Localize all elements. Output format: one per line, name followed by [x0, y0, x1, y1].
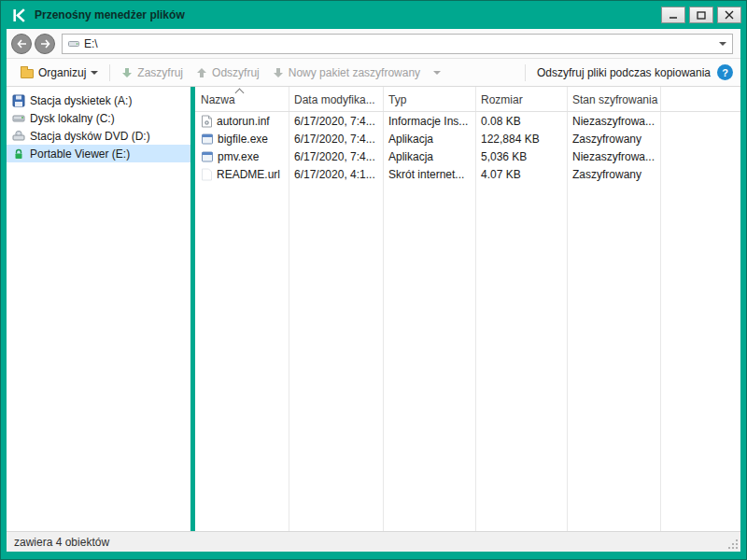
chevron-down-icon: [91, 71, 98, 75]
organize-button[interactable]: Organizuj: [14, 63, 105, 82]
minimize-button[interactable]: [661, 7, 685, 23]
address-dropdown-icon[interactable]: [719, 42, 726, 46]
app-window: Przenośny menedżer plików E:\: [0, 0, 747, 560]
floppy-icon: [12, 94, 25, 107]
column-header-type[interactable]: Typ: [383, 93, 475, 111]
file-modified: 6/17/2020, 7:4...: [289, 150, 383, 163]
dvd-drive-icon: [12, 130, 25, 143]
navigation-bar: E:\: [7, 29, 740, 59]
file-size: 4.07 KB: [475, 168, 567, 181]
column-header-name[interactable]: Nazwa: [195, 93, 289, 111]
sidebar-item-label: Stacja dyskietek (A:): [30, 94, 132, 107]
sidebar-item-drive-a[interactable]: Stacja dyskietek (A:): [7, 91, 190, 109]
file-rows: autorun.inf 6/17/2020, 7:4... Informacje…: [195, 112, 740, 183]
file-modified: 6/17/2020, 4:1...: [289, 168, 383, 181]
column-header-encryption[interactable]: Stan szyfrowania: [567, 93, 660, 111]
sidebar-item-label: Stacja dysków DVD (D:): [30, 130, 150, 143]
sidebar-item-drive-e[interactable]: Portable Viewer (E:): [7, 145, 190, 162]
toolbar-separator: [525, 64, 526, 81]
new-encrypted-package-button[interactable]: Nowy pakiet zaszyfrowany: [266, 63, 427, 82]
title-bar[interactable]: Przenośny menedżer plików: [1, 1, 746, 29]
file-encryption-status: Niezaszyfrowa...: [567, 115, 660, 128]
hard-disk-icon: [12, 112, 25, 125]
sidebar-item-label: Portable Viewer (E:): [30, 147, 130, 161]
file-type: Skrót internet...: [383, 168, 475, 181]
main-content: Stacja dyskietek (A:) Dysk lokalny (C:) …: [7, 87, 740, 531]
sidebar-item-drive-d[interactable]: Stacja dysków DVD (D:): [7, 127, 190, 145]
address-bar[interactable]: E:\: [62, 34, 733, 54]
arrow-up-icon: [196, 67, 207, 78]
resize-grip[interactable]: [726, 538, 739, 550]
column-header-spacer: [660, 106, 740, 111]
list-header: Nazwa Data modyfika... Typ Rozmiar Stan …: [195, 87, 740, 112]
application-icon: [201, 150, 214, 163]
sidebar-item-label: Dysk lokalny (C:): [30, 112, 115, 125]
encrypt-button[interactable]: Zaszyfruj: [115, 63, 190, 82]
maximize-icon: [697, 11, 706, 20]
decrypt-label: Odszyfruj: [212, 66, 260, 79]
arrow-down-icon: [273, 67, 284, 78]
drive-icon: [68, 38, 79, 49]
application-icon: [201, 133, 214, 146]
forward-button[interactable]: [35, 34, 55, 54]
decrypt-button[interactable]: Odszyfruj: [190, 63, 266, 82]
new-package-label: Nowy pakiet zaszyfrowany: [289, 66, 420, 79]
file-encryption-status: Zaszyfrowany: [567, 133, 660, 146]
decrypt-on-copy-label: Odszyfruj pliki podczas kopiowania: [537, 66, 711, 79]
table-row[interactable]: autorun.inf 6/17/2020, 7:4... Informacje…: [195, 112, 740, 130]
file-name: bigfile.exe: [218, 133, 268, 146]
file-type: Aplikacja: [383, 150, 475, 163]
toolbar-separator: [109, 64, 110, 81]
toolbar: Organizuj Zaszyfruj Odszyfruj Nowy pakie…: [7, 59, 740, 87]
lock-icon: [12, 147, 25, 161]
file-type: Aplikacja: [383, 133, 475, 146]
file-name: pmv.exe: [218, 150, 259, 163]
kaspersky-logo-icon: [12, 8, 26, 22]
file-modified: 6/17/2020, 7:4...: [289, 115, 383, 128]
url-file-icon: [201, 168, 213, 181]
folder-icon: [21, 69, 34, 78]
organize-label: Organizuj: [38, 66, 86, 79]
file-encryption-status: Zaszyfrowany: [567, 168, 660, 181]
encrypt-label: Zaszyfruj: [137, 66, 183, 79]
object-count-text: zawiera 4 obiektów: [14, 536, 109, 549]
minimize-icon: [669, 11, 678, 20]
help-button[interactable]: ?: [717, 64, 733, 80]
close-button[interactable]: [717, 7, 741, 23]
back-button[interactable]: [11, 34, 32, 54]
file-size: 122,884 KB: [475, 133, 567, 146]
file-encryption-status: Niezaszyfrowa...: [567, 150, 660, 163]
table-row[interactable]: pmv.exe 6/17/2020, 7:4... Aplikacja 5,03…: [195, 147, 740, 165]
toolbar-right-group: Odszyfruj pliki podczas kopiowania ?: [520, 64, 733, 81]
window-title: Przenośny menedżer plików: [35, 8, 657, 21]
table-row[interactable]: README.url 6/17/2020, 4:1... Skrót inter…: [195, 165, 740, 183]
arrow-left-icon: [17, 39, 27, 49]
file-type: Informacje Ins...: [383, 115, 475, 128]
drive-tree-pane: Stacja dyskietek (A:) Dysk lokalny (C:) …: [7, 87, 190, 531]
file-modified: 6/17/2020, 7:4...: [289, 133, 383, 146]
table-row[interactable]: bigfile.exe 6/17/2020, 7:4... Aplikacja …: [195, 130, 740, 147]
file-name: README.url: [217, 168, 280, 181]
file-list-pane: Nazwa Data modyfika... Typ Rozmiar Stan …: [195, 87, 740, 531]
column-header-size[interactable]: Rozmiar: [475, 93, 567, 111]
address-text: E:\: [84, 37, 714, 50]
arrow-right-icon: [40, 39, 50, 49]
file-size: 0.08 KB: [475, 115, 567, 128]
new-package-dropdown-button[interactable]: [427, 68, 447, 77]
status-bar: zawiera 4 obiektów: [7, 531, 740, 552]
app-body: E:\ Organizuj Zaszyfruj Odszyfruj N: [7, 29, 740, 552]
sidebar-item-drive-c[interactable]: Dysk lokalny (C:): [7, 109, 190, 127]
arrow-down-icon: [121, 67, 133, 78]
setup-file-icon: [201, 115, 213, 128]
maximize-button[interactable]: [689, 7, 713, 23]
question-mark-icon: ?: [722, 67, 728, 78]
close-icon: [725, 10, 734, 20]
file-name: autorun.inf: [217, 115, 270, 128]
column-header-modified[interactable]: Data modyfika...: [289, 93, 383, 111]
file-size: 5,036 KB: [475, 150, 567, 163]
chevron-down-icon: [433, 71, 441, 75]
